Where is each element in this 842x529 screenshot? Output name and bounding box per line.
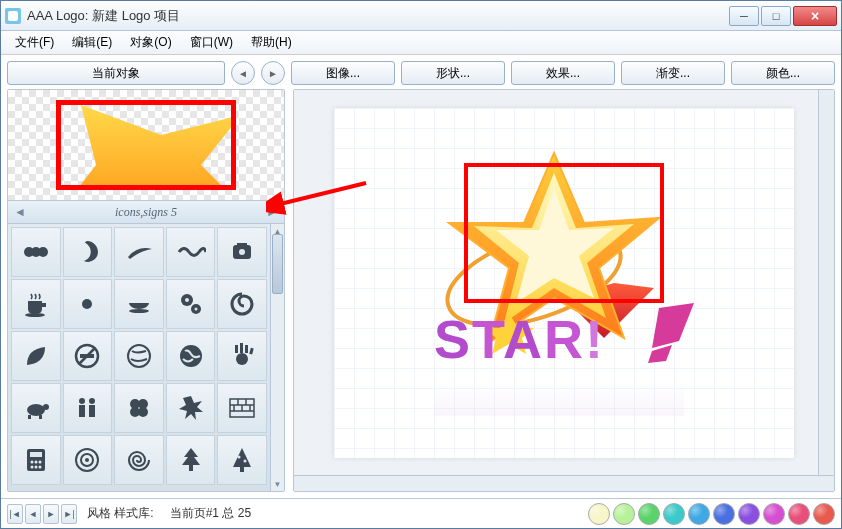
color-swatch-0[interactable] bbox=[588, 503, 610, 525]
icon-nosmoking[interactable] bbox=[63, 331, 113, 381]
menu-file[interactable]: 文件(F) bbox=[7, 32, 62, 53]
icon-brickwall[interactable] bbox=[217, 383, 267, 433]
icon-grid-scrollbar[interactable]: ▲ ▼ bbox=[270, 224, 284, 491]
svg-point-10 bbox=[129, 309, 149, 313]
color-swatch-7[interactable] bbox=[763, 503, 785, 525]
canvas[interactable]: STAR! bbox=[334, 108, 794, 458]
prev-object-button[interactable]: ◄ bbox=[231, 61, 255, 85]
preview-star-shape bbox=[56, 100, 236, 190]
logo-exclaim-shape[interactable] bbox=[644, 303, 704, 363]
color-swatch-9[interactable] bbox=[813, 503, 835, 525]
icon-swirl[interactable] bbox=[217, 279, 267, 329]
icon-hand[interactable] bbox=[217, 331, 267, 381]
svg-point-47 bbox=[30, 461, 33, 464]
svg-point-51 bbox=[34, 466, 37, 469]
scroll-thumb[interactable] bbox=[272, 234, 283, 294]
logo-text[interactable]: STAR! bbox=[434, 308, 605, 370]
window-title: AAA Logo: 新建 Logo 项目 bbox=[27, 7, 729, 25]
svg-rect-7 bbox=[237, 243, 247, 246]
gradient-button[interactable]: 渐变... bbox=[621, 61, 725, 85]
next-object-button[interactable]: ► bbox=[261, 61, 285, 85]
current-object-button[interactable]: 当前对象 bbox=[7, 61, 225, 85]
preview-selection-box bbox=[56, 100, 236, 190]
icon-spiral[interactable] bbox=[114, 435, 164, 485]
status-label: 风格 样式库: bbox=[87, 505, 154, 522]
color-swatch-2[interactable] bbox=[638, 503, 660, 525]
titlebar: AAA Logo: 新建 Logo 项目 ─ □ × bbox=[1, 1, 841, 31]
category-label: icons,signs 5 bbox=[28, 205, 264, 220]
icon-phone[interactable] bbox=[217, 227, 267, 277]
svg-point-50 bbox=[30, 466, 33, 469]
svg-marker-56 bbox=[182, 448, 200, 465]
nav-prev-button[interactable]: ◄ bbox=[25, 504, 41, 524]
icon-turtle[interactable] bbox=[11, 383, 61, 433]
svg-rect-32 bbox=[89, 405, 95, 417]
color-swatch-6[interactable] bbox=[738, 503, 760, 525]
icon-wave[interactable] bbox=[166, 227, 216, 277]
minimize-button[interactable]: ─ bbox=[729, 6, 759, 26]
svg-point-48 bbox=[34, 461, 37, 464]
maximize-button[interactable]: □ bbox=[761, 6, 791, 26]
category-next-icon[interactable]: ► bbox=[264, 205, 280, 219]
svg-point-6 bbox=[239, 249, 245, 255]
close-button[interactable]: × bbox=[793, 6, 837, 26]
app-window: AAA Logo: 新建 Logo 项目 ─ □ × 文件(F) 编辑(E) 对… bbox=[0, 0, 842, 529]
icon-leaf[interactable] bbox=[11, 331, 61, 381]
icon-clover[interactable] bbox=[114, 383, 164, 433]
image-button[interactable]: 图像... bbox=[291, 61, 395, 85]
color-swatch-5[interactable] bbox=[713, 503, 735, 525]
canvas-viewport[interactable]: STAR! bbox=[294, 90, 834, 475]
icon-splat[interactable] bbox=[166, 383, 216, 433]
icon-oval[interactable] bbox=[63, 227, 113, 277]
icon-cup[interactable] bbox=[11, 279, 61, 329]
svg-rect-24 bbox=[249, 348, 253, 355]
shape-button[interactable]: 形状... bbox=[401, 61, 505, 85]
icon-grid bbox=[8, 224, 270, 491]
category-prev-icon[interactable]: ◄ bbox=[12, 205, 28, 219]
nav-next-button[interactable]: ► bbox=[43, 504, 59, 524]
svg-point-20 bbox=[236, 353, 248, 365]
icon-globe1[interactable] bbox=[114, 331, 164, 381]
icon-people[interactable] bbox=[63, 383, 113, 433]
icon-target[interactable] bbox=[63, 435, 113, 485]
svg-rect-57 bbox=[189, 465, 193, 471]
toolbar: 当前对象 ◄ ► 图像... 形状... 效果... 渐变... 颜色... bbox=[7, 61, 835, 85]
icon-faces[interactable] bbox=[11, 227, 61, 277]
effect-button[interactable]: 效果... bbox=[511, 61, 615, 85]
icon-globe2[interactable] bbox=[166, 331, 216, 381]
icon-tree2[interactable] bbox=[217, 435, 267, 485]
canvas-selection-box[interactable] bbox=[464, 163, 664, 303]
menu-window[interactable]: 窗口(W) bbox=[182, 32, 241, 53]
color-swatch-3[interactable] bbox=[663, 503, 685, 525]
status-page: 当前页#1 总 25 bbox=[170, 505, 251, 522]
scroll-down-icon[interactable]: ▼ bbox=[271, 477, 284, 491]
svg-point-14 bbox=[194, 308, 197, 311]
svg-rect-23 bbox=[245, 345, 248, 353]
color-swatch-8[interactable] bbox=[788, 503, 810, 525]
svg-point-4 bbox=[38, 247, 48, 257]
icon-swoosh[interactable] bbox=[114, 227, 164, 277]
icon-calculator[interactable] bbox=[11, 435, 61, 485]
svg-marker-67 bbox=[652, 303, 694, 348]
svg-point-8 bbox=[25, 313, 45, 317]
icon-bowl[interactable] bbox=[114, 279, 164, 329]
menu-help[interactable]: 帮助(H) bbox=[243, 32, 300, 53]
icon-gears[interactable] bbox=[166, 279, 216, 329]
svg-rect-27 bbox=[28, 415, 31, 419]
svg-point-55 bbox=[85, 458, 89, 462]
icon-tree1[interactable] bbox=[166, 435, 216, 485]
color-swatch-4[interactable] bbox=[688, 503, 710, 525]
nav-first-button[interactable]: |◄ bbox=[7, 504, 23, 524]
icon-dot[interactable] bbox=[63, 279, 113, 329]
color-button[interactable]: 颜色... bbox=[731, 61, 835, 85]
menu-object[interactable]: 对象(O) bbox=[122, 32, 179, 53]
canvas-vscrollbar[interactable] bbox=[818, 90, 834, 475]
nav-last-button[interactable]: ►| bbox=[61, 504, 77, 524]
svg-point-25 bbox=[27, 404, 45, 416]
color-swatch-1[interactable] bbox=[613, 503, 635, 525]
svg-point-30 bbox=[89, 398, 95, 404]
menu-edit[interactable]: 编辑(E) bbox=[64, 32, 120, 53]
left-panel: ◄ icons,signs 5 ► bbox=[7, 89, 285, 492]
color-palette bbox=[588, 503, 835, 525]
canvas-hscrollbar[interactable] bbox=[294, 475, 834, 491]
